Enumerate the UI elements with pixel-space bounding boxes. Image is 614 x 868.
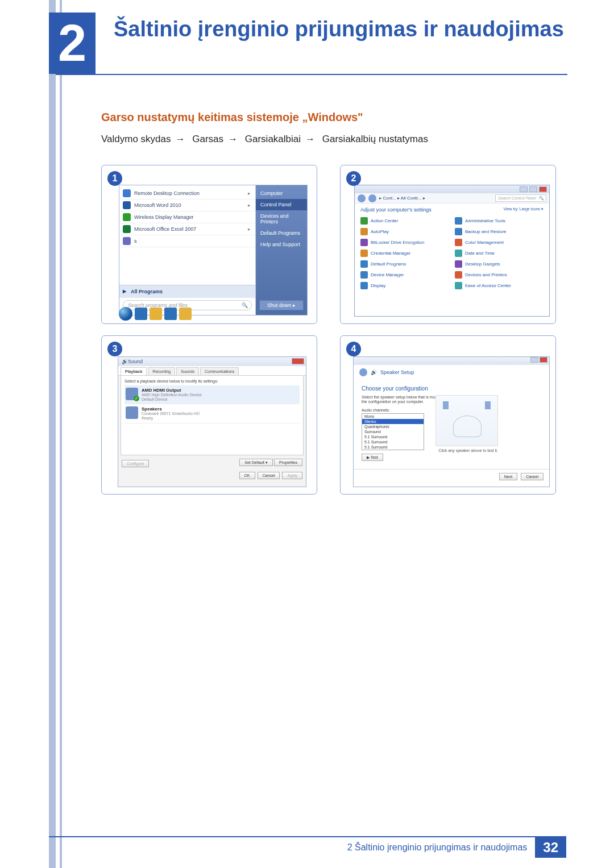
excel-icon: [123, 225, 131, 233]
ok-button[interactable]: OK: [239, 472, 255, 479]
tab-playback[interactable]: Playback: [121, 367, 147, 375]
start-menu-item[interactable]: Microsoft Word 2010▸: [119, 200, 255, 211]
taskbar-icon[interactable]: [164, 308, 177, 320]
close-button[interactable]: [539, 186, 547, 192]
figure-3: 3 🔊 Sound Playback Recording Sounds Comm…: [101, 335, 317, 495]
search-input[interactable]: Search Control Panel🔍: [495, 194, 546, 202]
start-menu-item[interactable]: Wireless Display Manager: [119, 211, 255, 223]
device-icon: [360, 271, 368, 279]
footer-text: 2 Šaltinio įrenginio prijungimas ir naud…: [347, 837, 536, 858]
cp-item-color[interactable]: Color Management: [455, 239, 544, 246]
cancel-button[interactable]: Cancel: [521, 473, 544, 480]
close-button[interactable]: [292, 358, 304, 364]
rdc-icon: [123, 189, 131, 197]
tab-recording[interactable]: Recording: [148, 367, 175, 375]
device-text: SpeakersConexant 20671 SmartAudio HDRead…: [142, 406, 200, 420]
start-menu-item[interactable]: Microsoft Office Excel 2007▸: [119, 223, 255, 235]
hdmi-icon: ✓: [126, 388, 138, 400]
start-menu: Remote Desktop Connection▸ Microsoft Wor…: [119, 185, 308, 315]
gadgets-icon: [455, 260, 462, 268]
minimize-button[interactable]: [520, 186, 528, 192]
spk-right: Click any speaker above to test it.: [435, 395, 498, 460]
list-item[interactable]: 5.1 Surround: [362, 445, 424, 450]
taskbar-icon[interactable]: [150, 308, 162, 320]
programs-icon: [360, 260, 368, 268]
arrow-icon: →: [171, 134, 190, 144]
apply-button[interactable]: Apply: [282, 472, 302, 479]
tab-body: Select a playback device below to modify…: [121, 376, 304, 455]
start-menu-link[interactable]: Computer: [256, 188, 307, 199]
cp-item-display[interactable]: Display: [360, 282, 449, 289]
list-item[interactable]: 5.1 Surround: [362, 434, 424, 439]
set-default-button[interactable]: Set Default ▾: [239, 459, 273, 466]
channels-listbox[interactable]: Mono Stereo Quadraphonic Surround 5.1 Su…: [362, 413, 424, 450]
cp-item-gadgets[interactable]: Desktop Gadgets: [455, 260, 544, 268]
list-item[interactable]: Mono: [362, 414, 424, 419]
back-icon[interactable]: [358, 194, 366, 202]
properties-button[interactable]: Properties: [274, 459, 302, 466]
cp-item-admin-tools[interactable]: Administrative Tools: [455, 217, 544, 225]
figure-1: 1 Remote Desktop Connection▸ Microsoft W…: [101, 165, 317, 324]
figure-number-badge: 1: [107, 171, 122, 186]
tab-communications[interactable]: Communications: [200, 367, 239, 375]
cp-item-default-programs[interactable]: Default Programs: [360, 260, 449, 268]
start-menu-link[interactable]: Help and Support: [256, 239, 307, 250]
forward-icon[interactable]: [368, 194, 376, 202]
back-icon[interactable]: [359, 368, 367, 376]
breadcrumb[interactable]: ▸ Cont... ▸ All Contr... ▸: [379, 196, 425, 201]
device-row[interactable]: SpeakersConexant 20671 SmartAudio HDRead…: [125, 404, 300, 423]
figure-number-badge: 4: [346, 342, 361, 356]
sidebar-stripe-wide: [49, 0, 56, 868]
cp-item-datetime[interactable]: Date and Time: [455, 250, 544, 257]
cp-item-backup[interactable]: Backup and Restore: [455, 228, 544, 235]
list-item[interactable]: Stereo: [362, 419, 424, 424]
list-item[interactable]: 5.1 Surround: [362, 439, 424, 445]
breadcrumb-step: Valdymo skydas: [101, 134, 171, 144]
cp-item-device-manager[interactable]: Device Manager: [360, 271, 449, 279]
start-menu-link[interactable]: Control Panel: [256, 199, 307, 210]
nav-bar: ▸ Cont... ▸ All Contr... ▸ Search Contro…: [355, 193, 549, 203]
speaker-diagram: [435, 395, 498, 446]
speaker-right-icon[interactable]: [485, 401, 491, 409]
start-menu-link[interactable]: Default Programs: [256, 227, 307, 239]
channels-label: Audio channels:: [362, 408, 424, 412]
close-button[interactable]: [540, 357, 547, 363]
section-heading: Garso nustatymų keitimas sistemoje „Wind…: [101, 111, 363, 124]
figure-grid: 1 Remote Desktop Connection▸ Microsoft W…: [101, 165, 567, 495]
arrow-icon: →: [301, 134, 320, 144]
tab-sounds[interactable]: Sounds: [176, 367, 199, 375]
wireless-icon: [123, 213, 131, 221]
cancel-button[interactable]: Cancel: [258, 472, 280, 479]
cp-item-ease-of-access[interactable]: Ease of Access Center: [455, 282, 544, 289]
start-menu-item[interactable]: Remote Desktop Connection▸: [119, 188, 255, 200]
start-orb-icon[interactable]: [119, 307, 132, 321]
configure-button[interactable]: Configure: [122, 460, 149, 467]
cp-item-bitlocker[interactable]: BitLocker Drive Encryption: [360, 239, 449, 246]
spk-body: Choose your configuration Select the spe…: [354, 380, 549, 463]
cp-item-autoplay[interactable]: AutoPlay: [360, 228, 449, 235]
maximize-button[interactable]: [529, 186, 537, 192]
test-button[interactable]: ▶ Test: [362, 454, 383, 461]
list-item[interactable]: Quadraphonic: [362, 424, 424, 429]
next-button[interactable]: Next: [499, 473, 517, 480]
all-programs-button[interactable]: All Programs: [119, 285, 255, 298]
speaker-left-icon[interactable]: [443, 401, 449, 409]
titlebar: [354, 357, 549, 365]
cp-item-devices-printers[interactable]: Devices and Printers: [455, 271, 544, 279]
room-icon: [453, 416, 482, 437]
page-footer: 2 Šaltinio įrenginio prijungimas ir naud…: [49, 836, 566, 858]
taskbar-icon[interactable]: [135, 308, 147, 320]
taskbar-icon[interactable]: [179, 308, 192, 320]
minimize-button[interactable]: [530, 357, 538, 363]
cp-grid: Action Center Administrative Tools AutoP…: [355, 216, 549, 290]
start-menu-link[interactable]: Devices and Printers: [256, 210, 307, 227]
figure-2: 2 ▸ Cont... ▸ All Contr... ▸ Search Cont…: [340, 165, 556, 324]
list-item[interactable]: Surround: [362, 429, 424, 434]
device-row[interactable]: ✓ AMD HDMI OutputAMD High Definition Aud…: [125, 385, 300, 404]
lock-icon: [360, 239, 368, 246]
cp-item-credential[interactable]: Credential Manager: [360, 250, 449, 257]
start-menu-item[interactable]: s: [119, 235, 255, 247]
cp-item-action-center[interactable]: Action Center: [360, 217, 449, 225]
spk-breadcrumb: 🔊 Speaker Setup: [354, 365, 549, 380]
viewby-dropdown[interactable]: View by: Large icons ▾: [504, 207, 544, 213]
